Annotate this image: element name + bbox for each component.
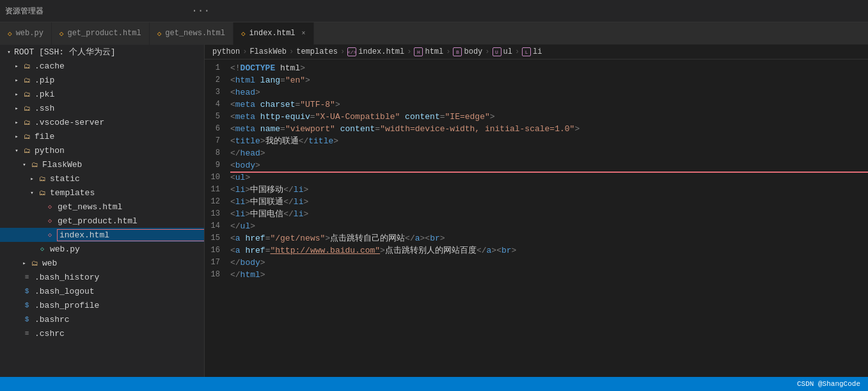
sidebar-item[interactable]: ◇get_product.html <box>0 214 204 228</box>
breadcrumb-label: li <box>533 47 542 56</box>
folder-icon: 🗂 <box>37 173 47 184</box>
line-content: <meta charset="UTF-8"> <box>230 99 868 111</box>
item-label: .ssh <box>35 104 204 113</box>
sidebar-item[interactable]: 🗂web <box>0 256 204 270</box>
sidebar-item[interactable]: $.bashrc <box>0 312 204 326</box>
code-line: 10 <ul> <box>205 172 868 184</box>
root-label: ROOT [SSH: 个人华为云] <box>14 46 204 58</box>
folder-icon: 🗂 <box>22 145 32 156</box>
line-content: <meta name="viewport" content="width=dev… <box>230 123 868 135</box>
sidebar-item[interactable]: 🗂.pip <box>0 73 204 87</box>
line-content: <a href="/get/news">点击跳转自己的网站</a><br> <box>230 232 868 244</box>
line-number: 4 <box>205 99 230 111</box>
breadcrumb-item[interactable]: templates <box>296 47 338 56</box>
sidebar-item[interactable]: 🗂templates <box>0 186 204 200</box>
tab-web-py[interactable]: ◇web.py <box>0 22 52 45</box>
item-label: file <box>35 132 204 141</box>
sidebar-item[interactable]: $.bash_logout <box>0 284 204 298</box>
breadcrumb-separator: › <box>446 47 450 56</box>
breadcrumb-separator: › <box>485 47 489 56</box>
sidebar-item[interactable]: 🗂static <box>0 172 204 186</box>
chevron-icon <box>13 147 20 154</box>
breadcrumb-icon-item[interactable]: Hhtml <box>414 47 443 56</box>
item-label: .bashrc <box>35 315 204 324</box>
item-label: .pip <box>35 76 204 85</box>
code-line: 9<body> <box>205 159 868 172</box>
sidebar-item[interactable]: 🗂.ssh <box>0 101 204 115</box>
item-label: get_product.html <box>58 216 204 226</box>
line-number: 8 <box>205 147 230 159</box>
chevron-icon <box>13 76 20 84</box>
folder-icon: 🗂 <box>22 131 32 141</box>
breadcrumb-icon: L <box>522 47 531 56</box>
breadcrumb-item[interactable]: FlaskWeb <box>249 47 287 56</box>
item-label: python <box>35 146 204 156</box>
chevron-icon <box>5 48 13 56</box>
tab-file-icon: ◇ <box>59 29 64 38</box>
chevron-icon <box>20 161 28 168</box>
chevron-icon <box>28 175 36 182</box>
tab-label: get_news.html <box>165 29 225 38</box>
breadcrumb-label: body <box>464 47 482 56</box>
breadcrumb-item[interactable]: python <box>212 47 240 56</box>
html-file-icon: ◇ <box>45 216 55 226</box>
line-content: <head> <box>230 86 868 99</box>
highlighted-block: 10 <ul>11 <li>中国移动</li>12 <li>中国联通</li>1… <box>205 172 868 232</box>
line-content: <!DOCTYPE html> <box>230 62 868 74</box>
item-label: templates <box>50 188 204 198</box>
code-line: 11 <li>中国移动</li> <box>205 184 868 196</box>
sidebar-item[interactable]: 🗂FlaskWeb <box>0 157 204 172</box>
breadcrumb-separator: › <box>515 47 519 56</box>
item-label: .bash_profile <box>35 301 204 310</box>
tab-bar: ◇web.py◇get_product.html◇get_news.html◇i… <box>0 22 868 45</box>
item-label: .vscode-server <box>35 118 204 127</box>
line-number: 2 <box>205 74 230 86</box>
code-line: 16 <a href="http://www.baidu.com">点击跳转别人… <box>205 244 868 257</box>
sidebar-item[interactable]: ◇web.py <box>0 242 204 256</box>
sidebar-item[interactable]: ≡.cshrc <box>0 326 204 340</box>
tab-get-news[interactable]: ◇get_news.html <box>150 22 233 45</box>
code-line: 5 <meta http-equiv="X-UA-Compatible" con… <box>205 111 868 123</box>
sidebar-item[interactable]: 🗂.cache <box>0 59 204 73</box>
line-content: </head> <box>230 147 868 159</box>
sidebar-item[interactable]: ≡.bash_history <box>0 270 204 284</box>
chevron-icon <box>13 62 20 70</box>
breadcrumb-icon-item[interactable]: </>index.html <box>347 47 404 56</box>
sidebar-item[interactable]: 🗂.vscode-server <box>0 115 204 129</box>
tab-close-button[interactable]: × <box>302 30 306 37</box>
dotfile-icon: ≡ <box>22 272 32 282</box>
line-content: </body> <box>230 257 868 269</box>
breadcrumb: python›FlaskWeb›templates›</>index.html›… <box>205 45 868 60</box>
sidebar-item[interactable]: ◇index.html <box>0 228 204 242</box>
item-label: web.py <box>50 244 204 254</box>
breadcrumb-label: index.html <box>358 47 404 56</box>
tab-label: get_product.html <box>67 29 141 38</box>
folder-icon: 🗂 <box>22 75 32 85</box>
sidebar-item[interactable]: $.bash_profile <box>0 298 204 312</box>
item-label: .bash_history <box>35 273 204 282</box>
breadcrumb-icon-item[interactable]: Bbody <box>453 47 482 56</box>
tab-get-product[interactable]: ◇get_product.html <box>52 22 150 45</box>
html-file-icon: ◇ <box>45 202 55 212</box>
sidebar-item[interactable]: 🗂.pki <box>0 87 204 101</box>
dollar-icon: $ <box>22 286 32 296</box>
breadcrumb-icon-item[interactable]: Uul <box>493 47 512 56</box>
tab-file-icon: ◇ <box>157 29 162 38</box>
line-number: 5 <box>205 111 230 123</box>
folder-icon: 🗂 <box>22 117 32 127</box>
sidebar-item[interactable]: 🗂file <box>0 129 204 143</box>
code-area: 1<!DOCTYPE html>2<html lang="en">3<head>… <box>205 60 868 283</box>
editor[interactable]: 1<!DOCTYPE html>2<html lang="en">3<head>… <box>205 60 868 377</box>
tab-index-html[interactable]: ◇index.html× <box>233 22 314 45</box>
breadcrumb-icon-item[interactable]: Lli <box>522 47 542 56</box>
sidebar-root[interactable]: ROOT [SSH: 个人华为云] <box>0 45 204 59</box>
folder-icon: 🗂 <box>37 188 47 198</box>
sidebar-dots[interactable]: ··· <box>191 5 210 17</box>
line-number: 12 <box>205 196 230 208</box>
breadcrumb-icon: </> <box>347 47 356 56</box>
sidebar-item[interactable]: ◇get_news.html <box>0 200 204 214</box>
code-line: 6 <meta name="viewport" content="width=d… <box>205 123 868 135</box>
sidebar-item[interactable]: 🗂python <box>0 143 204 157</box>
line-number: 16 <box>205 244 230 257</box>
folder-icon: 🗂 <box>29 159 40 170</box>
